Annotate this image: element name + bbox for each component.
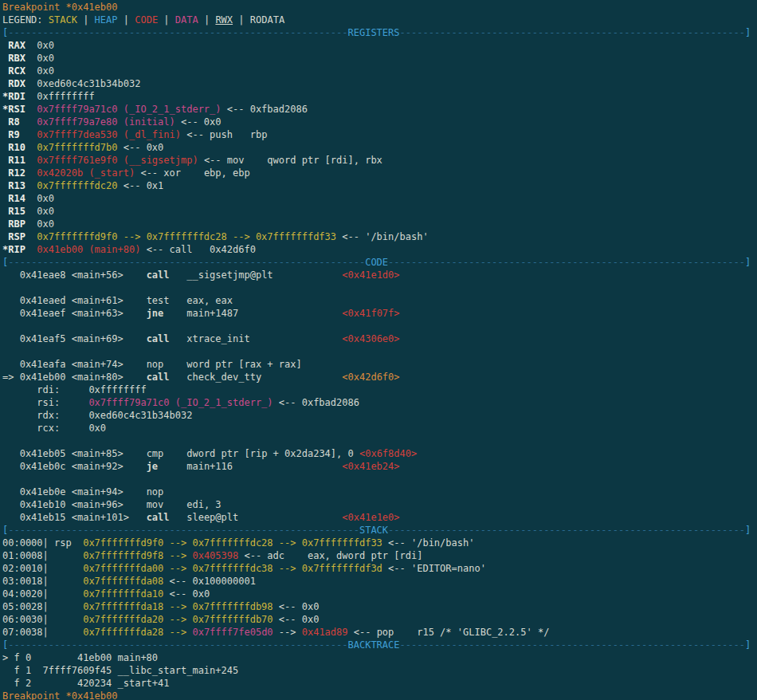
text-segment: <-- push rbp xyxy=(181,129,267,140)
text-segment: Breakpoint *0x41eb00 xyxy=(2,690,118,700)
separator-bracket: ] xyxy=(745,257,751,268)
register-row-rbx: RBX 0x0 xyxy=(2,52,757,65)
text-segment: 04:0020| xyxy=(2,588,83,600)
code-line-main-69: 0x41eaf5 <main+69> call xtrace_init <0x4… xyxy=(2,332,757,345)
separator-dashes: ----------------------------------------… xyxy=(388,525,745,536)
text-segment: 0x41eafa <main+74> xyxy=(2,359,147,370)
text-segment: | xyxy=(158,14,175,26)
code-line-current-main-80: => 0x41eb00 <main+80> call check_dev_tty… xyxy=(2,371,757,383)
text-segment: 00:0000| rsp xyxy=(2,537,83,549)
text-segment: call xyxy=(147,333,170,344)
register-row-rax: RAX 0x0 xyxy=(2,39,757,52)
text-segment: <-- 0x1 xyxy=(118,180,164,191)
code-line-main-96: 0x41eb10 <main+96> mov edi, 3 xyxy=(2,498,757,511)
text-segment: 0x7fffffffdc20 xyxy=(37,180,117,191)
text-segment: main+1487 xyxy=(163,308,342,319)
text-segment: main+116 xyxy=(158,461,342,472)
separator-bracket: ] xyxy=(745,639,751,651)
text-segment: 0x41eae8 <main+56> xyxy=(2,269,147,281)
backtrace-frame-1: f 1 7ffff7609f45 __libc_start_main+245 xyxy=(2,664,757,677)
text-segment: je xyxy=(147,461,158,472)
register-row-r14: R14 0x0 xyxy=(2,192,757,205)
text-segment: 03:0018| xyxy=(2,576,83,587)
text-segment: 0x7ffff7fe05d0 xyxy=(192,627,273,638)
text-segment: LEGEND: xyxy=(2,14,49,26)
separator-backtrace: [---------------------------------------… xyxy=(2,639,757,651)
stack-row-02: 02:0010| 0x7fffffffda00 --> 0x7fffffffdc… xyxy=(2,562,757,575)
text-segment: rdx: xyxy=(2,410,88,421)
text-segment: 02:0010| xyxy=(2,563,83,574)
text-segment: f 2 420234 _start+41 xyxy=(2,678,170,689)
text-segment: *RDI xyxy=(2,91,37,102)
text-segment: CODE xyxy=(135,14,158,26)
text-segment: 0x41eaf5 <main+69> xyxy=(2,333,147,344)
text-segment: HEAP xyxy=(95,14,118,26)
text-segment: check_dev_tty xyxy=(170,372,343,383)
text-segment: <-- 0xfbad2086 xyxy=(222,104,308,115)
text-segment: 0x7ffff79a71c0 (_IO_2_1_stderr_) xyxy=(37,104,221,115)
text-segment: 0xed60c4c31b34b032 xyxy=(37,78,140,89)
text-segment: R8 xyxy=(2,116,37,128)
register-row-r8: R8 0x7ffff79a7e80 (initial) <-- 0x0 xyxy=(2,116,757,128)
text-segment: <-- mov qword ptr [rdi], rbx xyxy=(198,155,382,166)
register-row-rsp: RSP 0x7fffffffd9f0 --> 0x7fffffffdc28 --… xyxy=(2,230,757,243)
blank-line xyxy=(2,345,757,358)
text-segment: <0x41e1e0> xyxy=(342,512,399,523)
text-segment: DATA xyxy=(175,14,198,26)
separator-dashes: ----------------------------------------… xyxy=(388,257,745,268)
register-row-r10: R10 0x7fffffffd7b0 <-- 0x0 xyxy=(2,141,757,154)
separator-dashes: ----------------------------------------… xyxy=(8,27,347,38)
text-segment: | xyxy=(77,14,95,26)
separator-bracket: ] xyxy=(745,525,751,536)
blank-line xyxy=(2,320,757,332)
text-segment: <-- 0x100000001 xyxy=(163,576,256,587)
code-arg-line-rcx: rcx: 0x0 xyxy=(2,422,757,435)
text-segment: 0x41eb00 (main+80) xyxy=(37,244,140,255)
text-segment: 0x0 xyxy=(37,40,54,51)
text-segment: call xyxy=(147,512,170,523)
register-row-rsi: *RSI 0x7ffff79a71c0 (_IO_2_1_stderr_) <-… xyxy=(2,103,757,116)
code-line-main-56: 0x41eae8 <main+56> call __sigsetjmp@plt … xyxy=(2,269,757,281)
text-segment: 0x7ffff79a71c0 (_IO_2_1_stderr_) xyxy=(88,397,273,408)
text-segment: 0x0 xyxy=(37,218,54,230)
text-segment: eax, eax xyxy=(170,295,233,306)
register-row-r15: R15 0x0 xyxy=(2,205,757,218)
text-segment: call xyxy=(147,269,170,281)
text-segment: 0x7ffff79a7e80 (initial) xyxy=(37,116,175,128)
text-segment: *RIP xyxy=(2,244,37,255)
text-segment: <-- adc eax, dword ptr [rdi] xyxy=(238,550,422,561)
text-segment: <-- xor ebp, ebp xyxy=(135,167,250,179)
legend-line: LEGEND: STACK | HEAP | CODE | DATA | RWX… xyxy=(2,14,757,26)
text-segment: 0x41eb0e <main+94> xyxy=(2,486,147,497)
separator-dashes: ----------------------------------------… xyxy=(400,639,745,651)
text-segment: 0x7fffffffd9f0 --> 0x7fffffffdc28 --> 0x… xyxy=(37,231,336,242)
text-segment: 0xffffffff xyxy=(37,91,94,102)
text-segment: 0x41eb0c <main+92> xyxy=(2,461,147,472)
text-segment: 0x0 xyxy=(37,65,54,77)
text-segment: 0x7fffffffd9f0 --> 0x7fffffffdc28 --> 0x… xyxy=(83,537,382,549)
text-segment: 0x7fffffffd9f8 --> xyxy=(83,550,192,561)
section-title: REGISTERS xyxy=(348,27,400,38)
text-segment: 0x41eaef <main+63> xyxy=(2,308,147,319)
text-segment: mov xyxy=(147,499,164,510)
code-line-main-94: 0x41eb0e <main+94> nop xyxy=(2,486,757,498)
text-segment: Breakpoint *0x41eb00 xyxy=(2,2,118,13)
text-segment: <-- 0x0 xyxy=(163,588,210,600)
blank-line xyxy=(2,435,757,447)
text-segment: <-- '/bin/bash' xyxy=(336,231,429,242)
stack-row-05: 05:0028| 0x7fffffffda18 --> 0x7fffffffdb… xyxy=(2,600,757,613)
text-segment: | RODATA xyxy=(233,14,284,26)
text-segment: RCX xyxy=(2,65,37,77)
terminal-output[interactable]: Breakpoint *0x41eb00LEGEND: STACK | HEAP… xyxy=(0,0,757,700)
separator-registers: [---------------------------------------… xyxy=(2,26,757,39)
stack-row-04: 04:0020| 0x7fffffffda10 <-- 0x0 xyxy=(2,588,757,600)
text-segment: 0x7fffffffda28 --> xyxy=(83,627,192,638)
code-arg-line-rdx: rdx: 0xed60c4c31b34b032 xyxy=(2,409,757,422)
code-arg-line-rdi: rdi: 0xffffffff xyxy=(2,383,757,396)
text-segment: rcx: xyxy=(2,423,88,434)
backtrace-frame-0: > f 0 41eb00 main+80 xyxy=(2,651,757,664)
text-segment: 0x0 xyxy=(37,193,54,204)
text-segment: <0x4306e0> xyxy=(342,333,399,344)
register-row-r9: R9 0x7ffff7dea530 (_dl_fini) <-- push rb… xyxy=(2,128,757,141)
text-segment: RSP xyxy=(2,231,37,242)
